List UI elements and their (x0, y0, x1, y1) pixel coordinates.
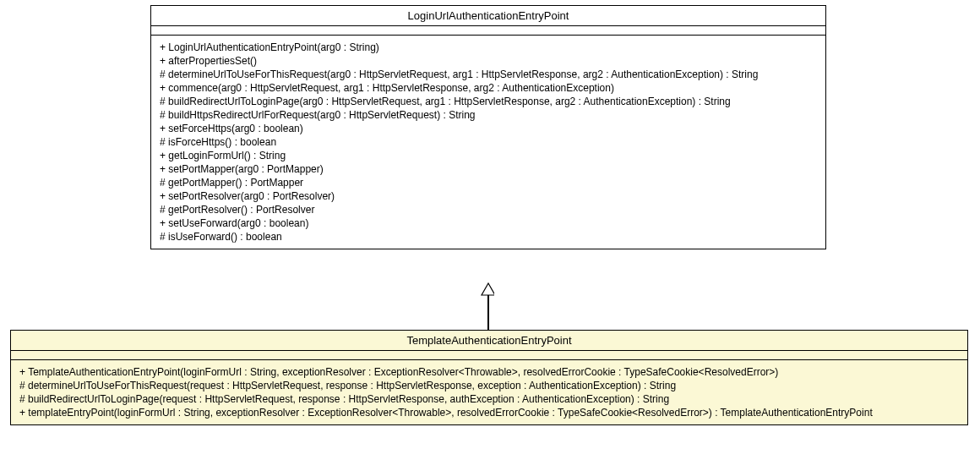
method-row: # determineUrlToUseForThisRequest(arg0 :… (160, 68, 817, 81)
class-methods: + TemplateAuthenticationEntryPoint(login… (11, 360, 967, 424)
method-row: # getPortResolver() : PortResolver (160, 203, 817, 216)
method-row: # isForceHttps() : boolean (160, 135, 817, 149)
method-row: + setPortResolver(arg0 : PortResolver) (160, 189, 817, 203)
class-title: TemplateAuthenticationEntryPoint (11, 331, 967, 351)
method-row: + templateEntryPoint(loginFormUrl : Stri… (19, 406, 959, 419)
method-row: + setUseForward(arg0 : boolean) (160, 216, 817, 230)
class-attributes-empty (11, 351, 967, 360)
method-row: # buildRedirectUrlToLoginPage(arg0 : Htt… (160, 95, 817, 108)
class-methods: + LoginUrlAuthenticationEntryPoint(arg0 … (151, 36, 825, 249)
method-row: # getPortMapper() : PortMapper (160, 176, 817, 189)
method-row: # isUseForward() : boolean (160, 230, 817, 244)
uml-class-child: TemplateAuthenticationEntryPoint + Templ… (10, 330, 968, 425)
method-row: # determineUrlToUseForThisRequest(reques… (19, 379, 959, 392)
method-row: # buildRedirectUrlToLoginPage(request : … (19, 392, 959, 406)
generalization-arrowhead-icon (481, 282, 494, 296)
class-title: LoginUrlAuthenticationEntryPoint (151, 6, 825, 26)
method-row: + afterPropertiesSet() (160, 54, 817, 68)
svg-marker-0 (482, 283, 494, 295)
inheritance-line (487, 295, 489, 330)
class-attributes-empty (151, 26, 825, 36)
method-row: + getLoginFormUrl() : String (160, 149, 817, 162)
method-row: + LoginUrlAuthenticationEntryPoint(arg0 … (160, 41, 817, 54)
method-row: + setForceHttps(arg0 : boolean) (160, 122, 817, 135)
method-row: + setPortMapper(arg0 : PortMapper) (160, 162, 817, 176)
uml-class-parent: LoginUrlAuthenticationEntryPoint + Login… (150, 5, 826, 249)
method-row: # buildHttpsRedirectUrlForRequest(arg0 :… (160, 108, 817, 122)
method-row: + TemplateAuthenticationEntryPoint(login… (19, 365, 959, 379)
method-row: + commence(arg0 : HttpServletRequest, ar… (160, 81, 817, 95)
